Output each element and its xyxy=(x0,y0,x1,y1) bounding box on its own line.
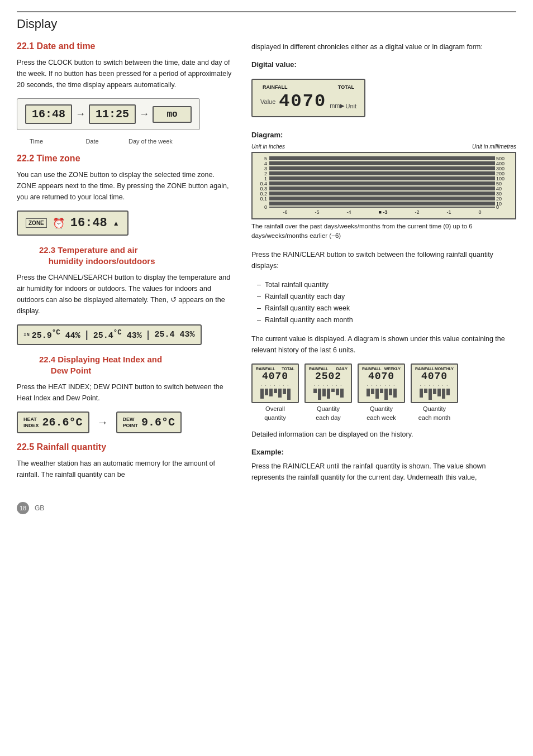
unit-label: Unit xyxy=(345,103,356,109)
dew-point-box: DEWPOINT 9.6°C xyxy=(116,412,182,433)
section-22-heading: 22.2 Time zone xyxy=(17,154,235,164)
rd-caption-weekly-1: Quantity xyxy=(370,405,393,412)
in-label: IN xyxy=(23,332,30,338)
digital-top-row: RAINFALL TOTAL xyxy=(260,84,356,91)
rd-main-daily: 2502 xyxy=(309,371,348,383)
rd-caption-monthly-1: Quantity xyxy=(423,405,446,412)
x-label-m5: -5 xyxy=(315,209,319,215)
zone-time-value: 16:48 xyxy=(70,216,107,230)
x-label-m4: -4 xyxy=(346,209,351,215)
time-label: Time xyxy=(17,138,56,145)
rainfall-display-monthly: RAINFALL MONTHLY 4070 · · · · · · · xyxy=(411,363,458,422)
arrow-icon-2: → xyxy=(139,108,149,120)
rd-top-daily: RAINFALL DAILY xyxy=(309,367,348,371)
bar-5: 5 500 xyxy=(269,156,495,160)
dew-point-value: 9.6°C xyxy=(141,416,175,429)
diagram-caption: The rainfall over the past days/weeks/mo… xyxy=(251,222,516,241)
right-body-continued: displayed in different chronicles either… xyxy=(251,41,516,52)
rd-main-overall: 4070 xyxy=(256,371,294,383)
day-display: mo xyxy=(153,106,192,123)
zone-icon: ⏰ xyxy=(53,217,65,229)
rain-list-item-4: Rainfall quantity each month xyxy=(257,314,516,326)
section-23-heading: 22.3 Temperature and air humidity indoor… xyxy=(17,245,235,266)
bar-01: 0.1 20 xyxy=(269,197,495,200)
rainfall-display-weekly: RAINFALL WEEKLY 4070 · · · · · · · xyxy=(358,363,405,422)
bar-4: 4 400 xyxy=(269,161,495,165)
rain-list-item-3: Rainfall quantity each week xyxy=(257,303,516,314)
date-label: Date xyxy=(73,138,112,145)
digital-main-value: 4070 xyxy=(279,91,326,112)
rd-dots-monthly: · · · · · · · xyxy=(415,384,454,387)
rd-top-weekly: RAINFALL WEEKLY xyxy=(362,367,401,371)
heat-index-label: HEATINDEX xyxy=(23,417,39,429)
digital-label-rainfall: RAINFALL xyxy=(263,84,288,90)
section-date-time: 22.1 Date and time Press the CLOCK butto… xyxy=(17,41,235,145)
rd-dots-daily: · · · · · · · xyxy=(309,384,348,387)
rain-list-item-2: Rainfall quantity each day xyxy=(257,291,516,303)
day-of-week-label: Day of the week xyxy=(129,138,173,145)
time-display: 16:48 xyxy=(25,104,72,124)
rd-label-monthly: MONTHLY xyxy=(435,367,454,371)
section-24-heading: 22.4 Displaying Heat Index and Dew Point xyxy=(17,354,235,376)
example-text: Press the RAIN/CLEAR until the rainfall … xyxy=(251,461,516,483)
rd-bars-monthly xyxy=(415,389,454,400)
rainfall-displays: RAINFALL TOTAL 4070 · · · · · · · xyxy=(251,363,516,422)
example-heading: Example: xyxy=(251,448,516,456)
rain-list-item-1: Total rainfall quantity xyxy=(257,279,516,291)
date-display: 11:25 xyxy=(89,104,136,124)
bar-1: 1 100 xyxy=(269,176,495,180)
section-23-body: Press the CHANNEL/SEARCH button to displ… xyxy=(17,272,235,317)
section-24-body: Press the HEAT INDEX; DEW POINT button t… xyxy=(17,381,235,404)
rd-label-rainfall-2: RAINFALL xyxy=(309,367,329,371)
rd-label-weekly: WEEKLY xyxy=(384,367,401,371)
x-label-m3: ■ -3 xyxy=(378,209,387,215)
history-text: The current value is displayed. A diagra… xyxy=(251,333,516,356)
rd-caption-weekly-2: each week xyxy=(367,414,396,421)
zone-display: ZONE ⏰ 16:48 ▲ xyxy=(17,210,129,236)
zone-sup-icon: ▲ xyxy=(113,219,120,227)
rainfall-display-daily: RAINFALL DAILY 2502 · · · · · · · xyxy=(304,363,352,422)
section-time-zone: 22.2 Time zone You can use the ZONE butt… xyxy=(17,154,235,236)
section-21-heading: 22.1 Date and time xyxy=(17,41,235,51)
zone-label: ZONE xyxy=(26,218,47,228)
axis-label-mm: Unit in millimetres xyxy=(472,143,516,150)
rd-top-monthly: RAINFALL MONTHLY xyxy=(415,367,454,371)
rd-caption-overall-2: quantity xyxy=(264,414,286,421)
rd-label-rainfall-3: RAINFALL xyxy=(362,367,382,371)
rainfall-list: Total rainfall quantity Rainfall quantit… xyxy=(251,279,516,327)
diagram-section: Diagram: Unit in inches Unit in millimet… xyxy=(251,131,516,241)
temp-out2: 25.4 43% xyxy=(155,330,195,339)
heat-dew-arrow: → xyxy=(97,416,108,429)
diagram-axis-labels: Unit in inches Unit in millimetres xyxy=(251,143,516,150)
x-label-m2: -2 xyxy=(415,209,419,215)
section-heat-index: 22.4 Displaying Heat Index and Dew Point… xyxy=(17,354,235,433)
heat-index-value: 26.6°C xyxy=(42,416,83,429)
rd-bars-weekly xyxy=(362,389,401,400)
digital-value-heading: Digital value: xyxy=(251,60,516,69)
diagram-chart: 5 500 4 400 3 300 2 200 xyxy=(251,152,516,219)
section-22-body: You can use the ZONE button to display t… xyxy=(17,169,235,203)
x-axis-labels: -6 -5 -4 ■ -3 -2 -1 0 xyxy=(269,209,495,215)
clock-display-labels: Time Date Day of the week xyxy=(17,138,235,145)
rd-caption-monthly-2: each month xyxy=(418,414,450,421)
bar-0-bottom: 0 0 xyxy=(269,207,495,208)
rd-bars-daily xyxy=(309,389,348,400)
digital-label-total: TOTAL xyxy=(338,84,354,90)
digital-value-row: Value 4070 mm▶ Unit xyxy=(260,91,356,112)
page-gb: GB xyxy=(35,504,44,512)
digital-value-label: Value xyxy=(260,98,275,105)
bar-02: 0.2 30 xyxy=(269,192,495,195)
rd-main-monthly: 4070 xyxy=(415,371,454,383)
rd-caption-daily-2: each day xyxy=(316,414,341,421)
section-25-heading: 22.5 Rainfall quantity xyxy=(17,442,235,452)
x-label-0: 0 xyxy=(478,209,481,215)
arrow-icon-1: → xyxy=(75,108,85,120)
rd-dots-overall: · · · · · · · xyxy=(256,384,294,387)
clock-display-row: 16:48 → 11:25 → mo xyxy=(17,98,200,130)
rainfall-box-weekly: RAINFALL WEEKLY 4070 · · · · · · · xyxy=(358,363,405,404)
axis-label-inches: Unit in inches xyxy=(251,143,285,150)
rainfall-box-monthly: RAINFALL MONTHLY 4070 · · · · · · · xyxy=(411,363,458,404)
rain-clear-text: Press the RAIN/CLEAR button to switch be… xyxy=(251,249,516,271)
bar-03: 0.3 40 xyxy=(269,186,495,190)
x-label-m6: -6 xyxy=(283,209,287,215)
